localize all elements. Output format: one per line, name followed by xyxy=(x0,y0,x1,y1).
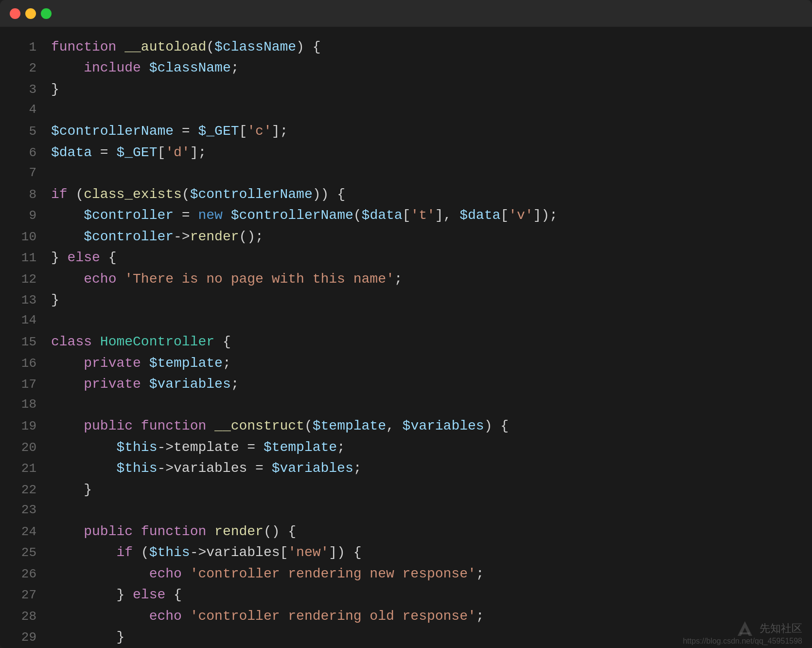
token-plain: = xyxy=(92,145,116,160)
token-plain: ; xyxy=(231,60,239,75)
code-line: 26 echo 'controller rendering new respon… xyxy=(0,563,812,584)
token-plain: ]; xyxy=(190,145,207,160)
token-plain: ) { xyxy=(296,39,320,54)
line-number: 10 xyxy=(15,227,36,247)
token-plain xyxy=(116,39,124,54)
window: 1function __autoload($className) {2 incl… xyxy=(0,0,812,648)
code-line: 7 xyxy=(0,163,812,184)
token-plain xyxy=(133,418,141,433)
code-content: public function __construct($template, $… xyxy=(51,415,509,436)
maximize-button[interactable] xyxy=(41,8,52,19)
token-string: 'controller rendering new response' xyxy=(190,566,476,581)
token-variable: $controller xyxy=(84,229,174,244)
token-kw-if: if xyxy=(116,545,133,560)
token-kw-else: else xyxy=(68,250,100,265)
code-line: 10 $controller->render(); xyxy=(0,226,812,247)
token-class-name: HomeController xyxy=(100,334,214,349)
token-plain: ( xyxy=(206,39,214,54)
token-plain xyxy=(116,271,124,287)
token-variable: $controllerName xyxy=(190,187,313,202)
token-plain: ], xyxy=(435,208,459,223)
code-line: 17 private $variables; xyxy=(0,374,812,395)
token-string: 'controller rendering old response' xyxy=(190,609,476,624)
token-plain: , xyxy=(386,418,403,433)
titlebar xyxy=(0,0,812,27)
token-kw-private: private xyxy=(84,377,141,392)
code-content: echo 'There is no page with this name'; xyxy=(51,269,403,289)
line-number: 19 xyxy=(15,416,36,436)
token-plain: -> xyxy=(174,229,190,244)
code-content: private $variables; xyxy=(51,374,239,395)
token-plain xyxy=(51,377,84,392)
code-line: 13} xyxy=(0,289,812,310)
code-line: 15class HomeController { xyxy=(0,331,812,352)
token-kw-function: function xyxy=(141,524,206,539)
line-number: 28 xyxy=(15,607,36,626)
close-button[interactable] xyxy=(10,8,20,19)
line-number: 29 xyxy=(15,628,36,647)
token-variable: $this xyxy=(116,461,157,476)
code-content: } xyxy=(51,79,59,100)
code-line: 18 xyxy=(0,395,812,415)
token-variable: $data xyxy=(459,208,500,223)
token-plain xyxy=(141,356,149,371)
token-variable: $data xyxy=(51,145,92,160)
code-line: 25 if ($this->variables['new']) { xyxy=(0,542,812,563)
code-content: $controller->render(); xyxy=(51,226,264,247)
token-plain: ->variables = xyxy=(157,461,271,476)
token-plain xyxy=(51,609,149,624)
code-content: if (class_exists($controllerName)) { xyxy=(51,184,345,205)
minimize-button[interactable] xyxy=(25,8,36,19)
code-content: $this->template = $template; xyxy=(51,437,345,458)
code-content: $data = $_GET['d']; xyxy=(51,142,206,163)
token-variable: $controllerName xyxy=(231,208,353,223)
line-number: 6 xyxy=(15,143,36,162)
token-plain: ; xyxy=(394,271,403,287)
token-kw-echo: echo xyxy=(149,566,182,581)
token-plain xyxy=(206,524,214,539)
token-kw-private: private xyxy=(84,356,141,371)
code-content: class HomeController { xyxy=(51,331,231,352)
token-plain xyxy=(141,377,149,392)
code-line: 5$controllerName = $_GET['c']; xyxy=(0,121,812,142)
token-plain xyxy=(51,545,116,560)
token-plain xyxy=(133,524,141,539)
code-content: } else { xyxy=(51,584,182,605)
token-kw-function: function xyxy=(141,418,206,433)
token-plain: ; xyxy=(476,566,484,581)
line-number: 18 xyxy=(15,395,36,414)
token-plain: ; xyxy=(231,377,239,392)
line-number: 4 xyxy=(15,100,36,119)
token-kw-else: else xyxy=(133,587,165,602)
token-plain xyxy=(51,60,84,75)
token-plain: [ xyxy=(403,208,411,223)
token-plain: { xyxy=(165,587,182,602)
token-plain: ]) { xyxy=(329,545,361,560)
token-plain: ; xyxy=(476,609,484,624)
token-plain: ; xyxy=(337,440,345,455)
token-plain xyxy=(51,208,84,223)
token-plain: [ xyxy=(239,124,247,139)
code-line: 22 } xyxy=(0,479,812,500)
token-plain: ( xyxy=(353,208,362,223)
line-number: 11 xyxy=(15,248,36,268)
token-string: 'There is no page with this name' xyxy=(124,271,394,287)
token-string: 't' xyxy=(410,208,435,223)
token-plain: () { xyxy=(264,524,296,539)
token-kw-if: if xyxy=(51,187,68,202)
line-number: 9 xyxy=(15,206,36,225)
code-content: function __autoload($className) { xyxy=(51,36,321,57)
token-plain: { xyxy=(214,334,231,349)
token-variable: $data xyxy=(362,208,403,223)
token-variable: $template xyxy=(313,418,386,433)
token-fn-name: class_exists xyxy=(84,187,182,202)
watermark-text: 先知社区 xyxy=(759,621,802,636)
code-content: } xyxy=(51,479,92,500)
token-plain: } xyxy=(51,482,92,497)
token-string: 'c' xyxy=(247,124,271,139)
line-number: 1 xyxy=(15,37,36,57)
code-line: 24 public function render() { xyxy=(0,521,812,542)
token-fn-name: __autoload xyxy=(124,39,206,54)
token-plain xyxy=(51,418,84,433)
token-plain: = xyxy=(174,124,198,139)
